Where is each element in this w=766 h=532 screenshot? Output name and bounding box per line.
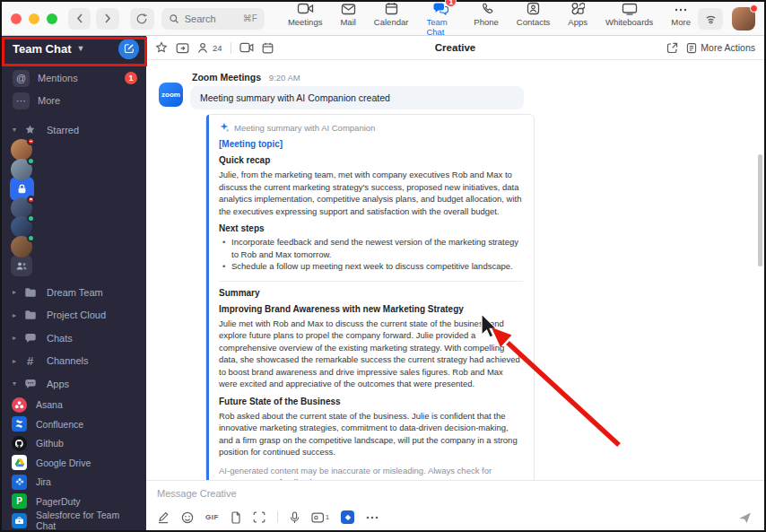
tab-team-chat[interactable]: Team Chat 1 [426,0,456,37]
next-steps-heading: Next steps [219,223,523,233]
sidebar-section-apps[interactable]: ▾ Apps [2,372,146,396]
close-window-button[interactable] [11,13,22,24]
emoji-button[interactable] [181,511,194,524]
video-clip-button[interactable]: 1 [311,512,329,523]
start-video-button[interactable] [239,42,254,53]
message-input[interactable]: Message Creative [157,488,753,499]
avatar [11,159,32,180]
section-label: Dream Team [47,287,103,298]
feedback-link[interactable]: Have feedback? [257,477,319,481]
forward-button[interactable] [96,8,118,30]
top-right-cluster [698,7,755,31]
sidebar-app-github[interactable]: Github [2,434,146,454]
starred-contact[interactable] [11,237,146,257]
star-channel-button[interactable] [155,41,168,54]
members-button[interactable]: 24 [197,42,222,54]
search-input[interactable]: Search ⌘F [161,8,265,30]
zoom-app-window: Search ⌘F Meetings Mail Calendar Team Ch… [0,0,766,532]
starred-list [2,139,146,278]
sidebar-app-jira[interactable]: Jira [2,473,146,493]
lock-icon [16,183,28,195]
divider [231,42,231,54]
sidebar-item-mentions[interactable]: @ Mentions 1 [2,67,146,90]
calendar-icon [385,0,398,15]
sidebar-section-channels[interactable]: ▸ # Channels [2,350,146,373]
zoom-window-button[interactable] [47,13,57,24]
compose-button[interactable] [118,39,139,59]
minimize-window-button[interactable] [29,13,39,24]
dnd-status-dot [27,196,35,204]
search-placeholder: Search [185,13,216,24]
search-icon [169,13,179,24]
whiteboards-icon [622,0,638,15]
sidebar-section-chats[interactable]: ▸ Chats [2,327,146,350]
app-label: Confluence [36,419,83,430]
sidebar-app-asana[interactable]: Asana [2,396,146,415]
more-tools-button[interactable] [366,516,379,519]
pagerduty-icon: P [12,493,27,509]
chevron-down-icon[interactable]: ▼ [77,44,85,53]
sidebar-sections: ▸ Dream Team ▸ Project Cloud ▸ Chats ▸ # [2,281,146,396]
group-icon [11,255,32,276]
salesforce-icon [12,513,27,528]
sidebar-title: Team Chat [13,42,72,56]
sidebar-section-starred[interactable]: ▾ Starred [2,121,146,139]
summary-section-text: Rob asked about the current state of the… [219,410,523,458]
profile-avatar[interactable] [732,7,755,31]
audio-message-button[interactable] [290,511,300,524]
tab-whiteboards[interactable]: Whiteboards [605,0,653,37]
history-button[interactable] [130,8,154,30]
more-dots-icon: ⋯ [13,92,30,109]
back-button[interactable] [68,8,91,30]
more-actions-button[interactable]: More Actions [686,42,755,54]
tab-apps[interactable]: Apps [568,0,588,37]
chevron-right-icon: ▸ [13,288,21,296]
attach-file-button[interactable] [231,511,241,524]
app-label: Github [36,438,64,449]
tab-contacts[interactable]: Contacts [517,0,551,37]
sidebar-section-project-cloud[interactable]: ▸ Project Cloud [2,304,146,327]
chevron-down-icon: ▾ [13,379,21,388]
message: zoom Zoom Meetings 9:20 AM Meeting summa… [159,72,764,109]
mentions-label: Mentions [38,73,78,83]
sidebar-app-confluence[interactable]: Confluence [2,414,146,434]
channel-header: 24 Creative More Actions [146,36,764,60]
sidebar-section-dream-team[interactable]: ▸ Dream Team [2,281,146,304]
message-list[interactable]: zoom Zoom Meetings 9:20 AM Meeting summa… [146,60,764,480]
tab-mail[interactable]: Mail [340,0,355,37]
channel-title: Creative [435,42,475,53]
schedule-button[interactable] [262,42,274,54]
sidebar-item-more[interactable]: ⋯ More [2,90,146,112]
sidebar-header: Team Chat ▼ [2,36,146,62]
send-button[interactable] [738,511,752,524]
section-label: Apps [47,379,69,389]
folder-share-button[interactable] [176,42,189,54]
sidebar-app-pagerduty[interactable]: P PagerDuty [2,492,146,511]
open-in-new-icon[interactable] [666,42,678,54]
format-text-button[interactable] [157,511,170,524]
tab-calendar[interactable]: Calendar [374,0,409,37]
tab-label: Contacts [517,17,551,27]
screenshot-button[interactable] [253,511,265,523]
sidebar-app-google-drive[interactable]: Google Drive [2,453,146,473]
next-step-item: Schedule a follow up meeting next week t… [222,260,523,273]
online-status-dot [27,234,35,242]
sidebar-apps-list: Asana Confluence Github Google Drive Jir… [2,396,146,531]
apps-shortcut-button[interactable]: ◆ [341,510,354,524]
summary-section-title: Future State of the Business [219,397,523,406]
gif-button[interactable]: GIF [205,513,219,521]
hash-icon: # [22,354,38,368]
video-clip-icon [311,512,325,523]
tab-meetings[interactable]: Meetings [288,0,323,37]
scrollbar[interactable] [758,154,762,266]
member-count: 24 [213,43,222,53]
ai-summary-card: Meeting summary with AI Companion [Meeti… [205,114,535,480]
chevron-right-icon: ▸ [13,357,21,365]
tab-phone[interactable]: Phone [474,0,498,37]
sidebar-app-salesforce[interactable]: Salesforce for Team Chat [2,511,146,531]
starred-group[interactable] [11,257,146,276]
starred-contact[interactable] [11,160,146,179]
app-label: PagerDuty [36,496,81,507]
devices-button[interactable] [698,8,723,30]
tab-more[interactable]: More [671,0,691,37]
